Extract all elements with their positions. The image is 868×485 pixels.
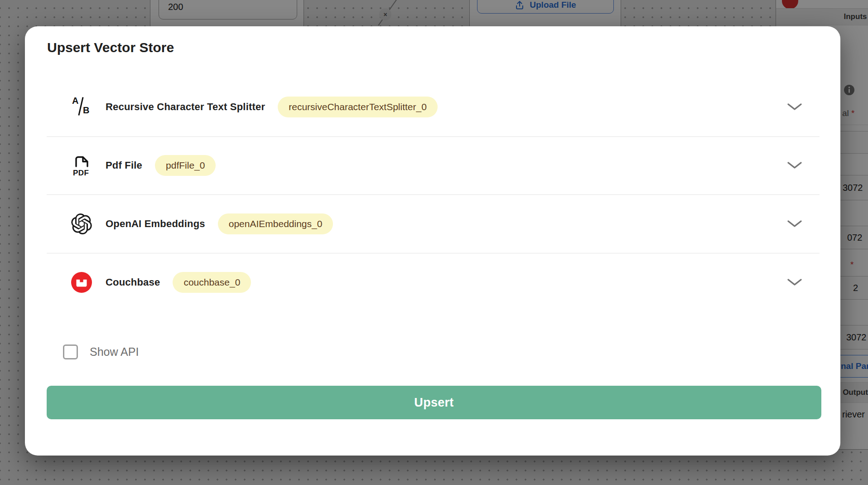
node-id-badge: couchbase_0 [173, 272, 251, 293]
node-id-badge: recursiveCharacterTextSplitter_0 [278, 97, 438, 117]
node-id-badge: openAIEmbeddings_0 [218, 213, 333, 234]
app-stage: 200 × Upload File Inputs al * 3072 07 [0, 0, 868, 485]
accordion-row-openai-embeddings[interactable]: OpenAI Embeddings openAIEmbeddings_0 [70, 212, 802, 236]
show-api-row: Show API [63, 344, 139, 359]
upsert-button[interactable]: Upsert [47, 386, 821, 419]
node-label: Pdf File [106, 160, 142, 171]
upsert-vector-store-dialog: Upsert Vector Store A B Recursive Charac… [25, 26, 840, 456]
node-id-badge: pdfFile_0 [155, 155, 216, 176]
node-label: OpenAI Embeddings [106, 218, 205, 230]
chevron-down-icon[interactable] [787, 161, 802, 170]
svg-text:PDF: PDF [73, 169, 89, 177]
show-api-checkbox[interactable] [63, 344, 78, 359]
chevron-down-icon[interactable] [787, 278, 802, 286]
pdf-file-icon: PDF [72, 154, 91, 177]
node-label: Couchbase [106, 276, 160, 288]
divider [47, 253, 820, 253]
text-splitter-ab-icon: A B [72, 96, 92, 118]
accordion-row-text-splitter[interactable]: A B Recursive Character Text Splitter re… [70, 95, 802, 119]
chevron-down-icon[interactable] [787, 103, 802, 111]
dialog-title: Upsert Vector Store [47, 40, 174, 55]
show-api-label: Show API [90, 345, 139, 359]
accordion-row-couchbase[interactable]: Couchbase couchbase_0 [70, 271, 802, 294]
chevron-down-icon[interactable] [787, 220, 802, 228]
divider [47, 136, 820, 137]
openai-icon [71, 213, 92, 234]
divider [47, 194, 820, 195]
couchbase-icon [71, 272, 92, 293]
node-label: Recursive Character Text Splitter [106, 101, 265, 113]
accordion-row-pdf-file[interactable]: PDF Pdf File pdfFile_0 [70, 154, 802, 177]
